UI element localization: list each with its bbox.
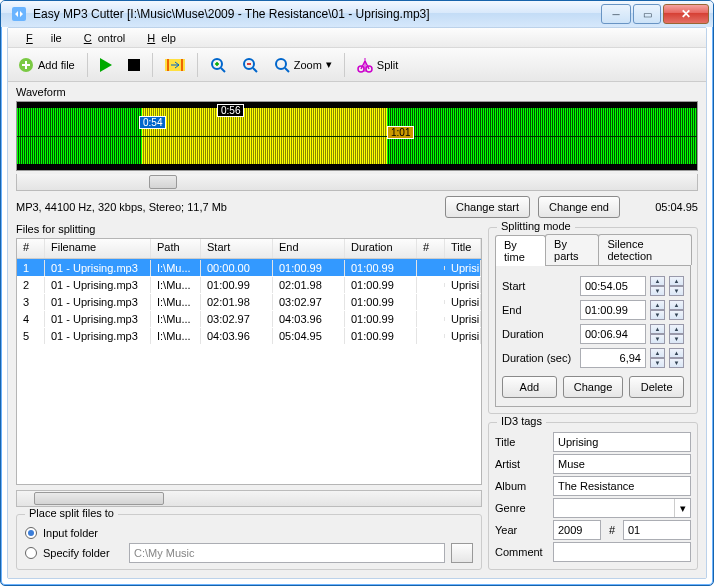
dur-spin1[interactable]: ▲▼ bbox=[650, 324, 665, 344]
start-input[interactable]: 00:54.05 bbox=[580, 276, 646, 296]
files-table: # Filename Path Start End Duration # Tit… bbox=[16, 238, 482, 485]
folder-path-input[interactable]: C:\My Music bbox=[129, 543, 445, 563]
add-button[interactable]: Add bbox=[502, 376, 557, 398]
col-duration[interactable]: Duration bbox=[345, 239, 417, 258]
chevron-down-icon: ▾ bbox=[674, 499, 690, 517]
radio-specify-folder[interactable] bbox=[25, 547, 37, 559]
close-button[interactable]: ✕ bbox=[663, 4, 709, 24]
change-button[interactable]: Change bbox=[563, 376, 624, 398]
maximize-button[interactable]: ▭ bbox=[633, 4, 661, 24]
table-header: # Filename Path Start End Duration # Tit… bbox=[17, 239, 481, 259]
output-group: Place split files to Input folder Specif… bbox=[16, 514, 482, 570]
table-row[interactable]: 401 - Uprising.mp3I:\Mu...03:02.9704:03.… bbox=[17, 310, 481, 327]
svg-rect-0 bbox=[12, 7, 26, 21]
id3-track-input[interactable]: 01 bbox=[623, 520, 691, 540]
browse-folder-button[interactable] bbox=[451, 543, 473, 563]
waveform-label: Waveform bbox=[16, 86, 698, 98]
col-end[interactable]: End bbox=[273, 239, 345, 258]
table-row[interactable]: 201 - Uprising.mp3I:\Mu...01:00.9902:01.… bbox=[17, 276, 481, 293]
tab-silence[interactable]: Silence detection bbox=[598, 234, 692, 265]
total-duration: 05:04.95 bbox=[628, 201, 698, 213]
app-window: Easy MP3 Cutter [I:\Music\Muse\2009 - Th… bbox=[0, 0, 714, 586]
zoom-dropdown[interactable]: Zoom ▾ bbox=[268, 51, 338, 79]
col-title[interactable]: Title bbox=[445, 239, 481, 258]
splitting-mode-group: Splitting mode By time By parts Silence … bbox=[488, 227, 698, 414]
end-spin2[interactable]: ▲▼ bbox=[669, 300, 684, 320]
menubar: File Control Help bbox=[8, 28, 706, 48]
app-icon bbox=[11, 6, 27, 22]
titlebar[interactable]: Easy MP3 Cutter [I:\Music\Muse\2009 - Th… bbox=[1, 1, 713, 27]
dursec-spin1[interactable]: ▲▼ bbox=[650, 348, 665, 368]
zoom-in-button[interactable] bbox=[204, 51, 232, 79]
tab-by-time[interactable]: By time bbox=[495, 235, 546, 266]
chevron-down-icon: ▾ bbox=[326, 58, 332, 71]
id3-artist-input[interactable]: Muse bbox=[553, 454, 691, 474]
start-spin2[interactable]: ▲▼ bbox=[669, 276, 684, 296]
col-num[interactable]: # bbox=[17, 239, 45, 258]
client-area: File Control Help Add file Zoom ▾ Split … bbox=[7, 27, 707, 579]
add-file-button[interactable]: Add file bbox=[12, 51, 81, 79]
id3-album-input[interactable]: The Resistance bbox=[553, 476, 691, 496]
change-end-button[interactable]: Change end bbox=[538, 196, 620, 218]
dur-spin2[interactable]: ▲▼ bbox=[669, 324, 684, 344]
col-path[interactable]: Path bbox=[151, 239, 201, 258]
svg-point-5 bbox=[276, 59, 286, 69]
dursec-spin2[interactable]: ▲▼ bbox=[669, 348, 684, 368]
delete-button[interactable]: Delete bbox=[629, 376, 684, 398]
toolbar: Add file Zoom ▾ Split bbox=[8, 48, 706, 82]
end-input[interactable]: 01:00.99 bbox=[580, 300, 646, 320]
waveform-display[interactable]: 0:54 0:56 1:01 bbox=[16, 101, 698, 171]
stop-button[interactable] bbox=[122, 51, 146, 79]
duration-input[interactable]: 00:06.94 bbox=[580, 324, 646, 344]
stop-icon bbox=[128, 59, 140, 71]
end-spin1[interactable]: ▲▼ bbox=[650, 300, 665, 320]
table-hscroll[interactable] bbox=[16, 490, 482, 507]
file-info: MP3, 44100 Hz, 320 kbps, Stereo; 11,7 Mb bbox=[16, 201, 437, 213]
change-start-button[interactable]: Change start bbox=[445, 196, 530, 218]
col-start[interactable]: Start bbox=[201, 239, 273, 258]
minimize-button[interactable]: ─ bbox=[601, 4, 631, 24]
radio-input-folder[interactable] bbox=[25, 527, 37, 539]
id3-group: ID3 tags TitleUprising ArtistMuse AlbumT… bbox=[488, 422, 698, 570]
files-label: Files for splitting bbox=[16, 223, 482, 235]
marker-play[interactable]: 0:56 bbox=[217, 104, 244, 117]
marker-start[interactable]: 0:54 bbox=[139, 116, 166, 129]
split-button[interactable]: Split bbox=[351, 51, 404, 79]
id3-genre-combo[interactable]: ▾ bbox=[553, 498, 691, 518]
zoom-out-button[interactable] bbox=[236, 51, 264, 79]
col-num2[interactable]: # bbox=[417, 239, 445, 258]
table-row[interactable]: 301 - Uprising.mp3I:\Mu...02:01.9803:02.… bbox=[17, 293, 481, 310]
col-filename[interactable]: Filename bbox=[45, 239, 151, 258]
id3-year-input[interactable]: 2009 bbox=[553, 520, 601, 540]
start-spin1[interactable]: ▲▼ bbox=[650, 276, 665, 296]
tab-by-parts[interactable]: By parts bbox=[545, 234, 599, 265]
menu-help[interactable]: Help bbox=[135, 30, 182, 46]
play-icon bbox=[100, 58, 112, 72]
waveform-scrollbar[interactable] bbox=[16, 174, 698, 191]
play-button[interactable] bbox=[94, 51, 118, 79]
id3-comment-input[interactable] bbox=[553, 542, 691, 562]
zoom-selection-button[interactable] bbox=[159, 51, 191, 79]
marker-end[interactable]: 1:01 bbox=[387, 126, 414, 139]
table-row[interactable]: 501 - Uprising.mp3I:\Mu...04:03.9605:04.… bbox=[17, 327, 481, 344]
table-row[interactable]: 101 - Uprising.mp3I:\Mu...00:00.0001:00.… bbox=[17, 259, 481, 276]
menu-control[interactable]: Control bbox=[72, 30, 131, 46]
menu-file[interactable]: File bbox=[14, 30, 68, 46]
window-title: Easy MP3 Cutter [I:\Music\Muse\2009 - Th… bbox=[33, 7, 601, 21]
id3-title-input[interactable]: Uprising bbox=[553, 432, 691, 452]
duration-sec-input[interactable]: 6,94 bbox=[580, 348, 646, 368]
